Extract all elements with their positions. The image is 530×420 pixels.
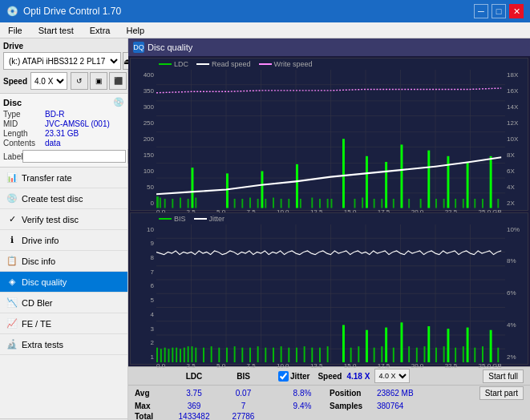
svg-rect-131 bbox=[497, 347, 499, 362]
speed-label: Speed bbox=[3, 77, 27, 86]
nav-items: 📊 Transfer rate 💿 Create test disc ✓ Ver… bbox=[0, 168, 127, 418]
disc-label-row: Label 🔍 bbox=[3, 149, 124, 164]
titlebar: 💿 Opti Drive Control 1.70 ─ □ ✕ bbox=[0, 0, 530, 22]
legend-bis: BIS bbox=[159, 215, 186, 223]
sidebar-item-verify-test-disc[interactable]: ✓ Verify test disc bbox=[0, 209, 127, 230]
label-input[interactable] bbox=[22, 150, 126, 163]
svg-rect-96 bbox=[234, 346, 236, 362]
svg-rect-108 bbox=[490, 329, 492, 362]
titlebar-controls: ─ □ ✕ bbox=[474, 4, 524, 18]
svg-rect-27 bbox=[241, 199, 243, 208]
svg-rect-31 bbox=[265, 199, 266, 208]
sidebar-item-transfer-rate[interactable]: 📊 Transfer rate bbox=[0, 168, 127, 188]
svg-rect-46 bbox=[381, 199, 382, 208]
close-button[interactable]: ✕ bbox=[509, 4, 524, 18]
sidebar-item-extra-tests[interactable]: 🔬 Extra tests bbox=[0, 334, 127, 355]
sidebar-item-cd-bler[interactable]: 📉 CD Bler bbox=[0, 293, 127, 313]
charts-area: LDC Read speed Write speed 400 350 300 2… bbox=[128, 56, 530, 366]
stats-max-row: Max 369 7 9.4% Samples 380764 bbox=[128, 401, 530, 411]
stats-avg-row: Avg 3.75 0.07 8.8% Position 23862 MB Sta… bbox=[128, 386, 530, 401]
svg-rect-93 bbox=[211, 346, 212, 362]
sidebar: Drive (k:) ATAPi iHBS312 2 PL17 ⏏ Speed … bbox=[0, 38, 128, 420]
mid-value: JVC-AMS6L (001) bbox=[45, 119, 110, 128]
svg-rect-117 bbox=[350, 347, 352, 362]
legend-ldc: LDC bbox=[159, 60, 188, 68]
max-bis: 7 bbox=[221, 402, 265, 410]
svg-rect-111 bbox=[288, 347, 289, 362]
chart1-y-left: 400 350 300 250 200 150 100 50 0 bbox=[131, 70, 156, 208]
avg-label: Avg bbox=[135, 389, 167, 398]
svg-rect-129 bbox=[474, 347, 475, 362]
svg-rect-123 bbox=[416, 347, 418, 362]
svg-rect-91 bbox=[195, 347, 196, 362]
svg-rect-105 bbox=[427, 326, 430, 362]
sidebar-item-disc-info[interactable]: 📋 Disc info bbox=[0, 251, 127, 272]
speed-dropdown[interactable]: 4.0 X bbox=[30, 72, 67, 90]
menu-file[interactable]: File bbox=[3, 25, 27, 36]
speed-btn-2[interactable]: ▣ bbox=[90, 72, 107, 90]
extra-tests-icon: 🔬 bbox=[6, 339, 18, 350]
sidebar-label-extra-tests: Extra tests bbox=[22, 340, 63, 349]
menu-start-test[interactable]: Start test bbox=[34, 25, 79, 36]
svg-rect-84 bbox=[168, 349, 170, 362]
svg-rect-119 bbox=[374, 347, 375, 362]
chart2-y-right: 10% 8% 6% 4% 2% bbox=[505, 224, 528, 363]
chart2-legend: BIS Jitter bbox=[131, 213, 528, 224]
sidebar-item-disc-quality[interactable]: ◈ Disc quality bbox=[0, 272, 127, 293]
svg-rect-29 bbox=[257, 199, 259, 208]
sidebar-label-drive-info: Drive info bbox=[22, 236, 59, 245]
speed-area: Speed 4.0 X ↺ ▣ ⬛ 💾 bbox=[3, 72, 124, 90]
jitter-checkbox[interactable] bbox=[278, 371, 289, 382]
minimize-button[interactable]: ─ bbox=[474, 4, 488, 18]
sidebar-item-create-test-disc[interactable]: 💿 Create test disc bbox=[0, 188, 127, 209]
svg-rect-41 bbox=[342, 139, 345, 208]
svg-rect-88 bbox=[184, 347, 185, 362]
mid-label: MID bbox=[3, 119, 45, 128]
svg-rect-58 bbox=[467, 162, 469, 208]
disc-contents-row: Contents data bbox=[3, 139, 124, 147]
svg-rect-112 bbox=[296, 347, 297, 362]
svg-rect-90 bbox=[192, 346, 193, 362]
svg-rect-62 bbox=[497, 199, 499, 208]
jitter-label: Jitter bbox=[290, 372, 310, 381]
speed-select[interactable]: 4.0 X bbox=[374, 369, 410, 383]
chart-ldc: LDC Read speed Write speed 400 350 300 2… bbox=[130, 58, 528, 211]
svg-rect-114 bbox=[311, 347, 313, 362]
stats-total-row: Total 1433482 27786 bbox=[128, 411, 530, 420]
maximize-button[interactable]: □ bbox=[492, 4, 506, 18]
stats-header-row: LDC BIS Jitter Speed 4.18 X 4.0 X Start … bbox=[128, 367, 530, 386]
svg-rect-53 bbox=[435, 199, 437, 208]
svg-rect-113 bbox=[304, 346, 305, 362]
menu-help[interactable]: Help bbox=[121, 25, 149, 36]
drive-dropdown[interactable]: (k:) ATAPi iHBS312 2 PL17 bbox=[3, 52, 121, 70]
total-ldc: 1433482 bbox=[167, 412, 221, 420]
max-jitter: 9.4% bbox=[278, 402, 326, 410]
svg-rect-100 bbox=[265, 347, 266, 362]
svg-rect-17 bbox=[156, 196, 159, 208]
sidebar-item-fe-te[interactable]: 📈 FE / TE bbox=[0, 313, 127, 334]
svg-rect-99 bbox=[257, 346, 259, 362]
svg-rect-48 bbox=[393, 199, 394, 208]
svg-rect-85 bbox=[172, 347, 173, 362]
svg-rect-54 bbox=[443, 199, 445, 208]
svg-rect-44 bbox=[366, 156, 368, 208]
create-test-disc-icon: 💿 bbox=[6, 193, 18, 204]
label-label: Label bbox=[3, 152, 22, 161]
disc-length-row: Length 23.31 GB bbox=[3, 129, 124, 138]
chart2-y-left: 10 9 8 7 6 5 4 3 2 1 bbox=[131, 224, 156, 363]
disc-mid-row: MID JVC-AMS6L (001) bbox=[3, 119, 124, 128]
speed-btn-1[interactable]: ↺ bbox=[71, 72, 88, 90]
menu-extra[interactable]: Extra bbox=[85, 25, 115, 36]
app-icon: 💿 bbox=[6, 6, 18, 17]
svg-rect-124 bbox=[424, 346, 426, 362]
start-part-button[interactable]: Start part bbox=[479, 386, 524, 400]
svg-rect-37 bbox=[311, 198, 313, 208]
svg-rect-52 bbox=[427, 151, 430, 208]
disc-quality-header: DQ Disc quality bbox=[128, 38, 530, 56]
speed-btn-3[interactable]: ⬛ bbox=[109, 72, 127, 90]
chart2-svg bbox=[156, 224, 505, 363]
sidebar-item-drive-info[interactable]: ℹ Drive info bbox=[0, 230, 127, 251]
svg-rect-33 bbox=[281, 199, 282, 208]
svg-rect-35 bbox=[296, 164, 298, 208]
start-full-button[interactable]: Start full bbox=[483, 370, 524, 383]
